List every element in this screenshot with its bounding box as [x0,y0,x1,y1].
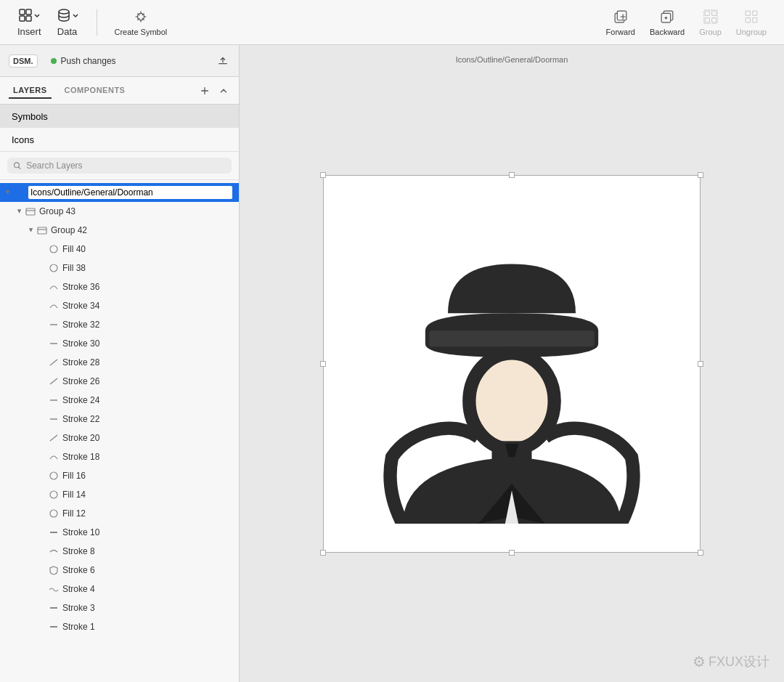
handle-top-right[interactable] [698,172,703,178]
layer-item-stroke3[interactable]: Stroke 3 [0,598,239,617]
watermark: ⚙ FXUX设计 [693,653,769,670]
layer-name-stroke32: Stroke 32 [62,320,233,330]
svg-rect-3 [26,16,31,21]
layer-type-icon-fill16 [48,470,60,482]
doorman-icon [338,190,686,538]
layer-item-root[interactable]: ► [0,183,239,202]
layer-item-stroke26[interactable]: Stroke 26 [0,372,239,391]
layer-name-stroke1: Stroke 1 [62,622,233,632]
library-list: Symbols Icons [0,105,239,152]
svg-rect-16 [752,11,756,15]
svg-rect-18 [752,18,756,23]
svg-rect-12 [705,18,709,23]
handle-middle-left[interactable] [320,361,326,367]
insert-button[interactable]: Insert [12,4,47,41]
svg-line-34 [50,435,57,441]
layer-type-icon-stroke22 [48,413,60,425]
ungroup-icon [741,8,761,25]
layer-item-stroke22[interactable]: Stroke 22 [0,410,239,429]
toolbar: Insert Data Create [0,0,784,45]
svg-rect-15 [746,11,750,15]
layer-name-stroke10: Stroke 10 [62,527,233,537]
panel-tabs-right [198,84,230,97]
layer-type-icon-stroke6 [48,564,60,576]
layer-item-stroke24[interactable]: Stroke 24 [0,391,239,410]
layer-item-stroke6[interactable]: Stroke 6 [0,561,239,580]
layer-item-g42[interactable]: ►Group 42 [0,221,239,240]
svg-rect-25 [38,227,46,234]
forward-button[interactable]: Forward [600,4,641,41]
symbol-frame[interactable] [323,175,701,553]
layer-arrow-g43[interactable]: ► [16,206,23,216]
layer-item-stroke30[interactable]: Stroke 30 [0,334,239,353]
group-icon [701,8,721,25]
svg-rect-24 [26,208,35,215]
upload-button[interactable] [216,54,230,68]
svg-rect-11 [711,11,716,15]
layer-type-icon-g42 [36,224,48,236]
layer-arrow-g42[interactable]: ► [28,225,35,235]
layer-item-fill40[interactable]: Fill 40 [0,240,239,259]
canvas-area[interactable]: Icons/Outline/General/Doorman [240,45,784,682]
handle-bottom-middle[interactable] [509,550,515,556]
handle-top-middle[interactable] [509,172,515,178]
svg-rect-14 [703,10,717,24]
layer-item-stroke18[interactable]: Stroke 18 [0,447,239,466]
search-icon [13,161,22,171]
left-panel: DSM. Push changes LAYERS COMPONENTS [0,45,240,682]
layers-tree: ►►Group 43►Group 42Fill 40Fill 38Stroke … [0,180,239,682]
layer-item-stroke10[interactable]: Stroke 10 [0,523,239,542]
layer-item-stroke32[interactable]: Stroke 32 [0,315,239,334]
svg-point-36 [50,491,57,498]
layer-item-fill38[interactable]: Fill 38 [0,259,239,277]
create-symbol-button[interactable]: Create Symbol [109,4,173,41]
backward-button[interactable]: Backward [644,4,690,41]
insert-group: Insert Data [12,4,85,41]
handle-middle-right[interactable] [698,361,703,367]
forward-label: Forward [606,28,635,36]
handle-bottom-left[interactable] [320,550,326,556]
svg-rect-2 [20,16,25,21]
layer-name-stroke8: Stroke 8 [62,546,233,556]
layer-name-stroke4: Stroke 4 [62,584,233,594]
layer-item-fill14[interactable]: Fill 14 [0,485,239,504]
collapse-layer-button[interactable] [217,84,230,97]
add-layer-button[interactable] [198,84,211,97]
push-changes-button[interactable]: Push changes [46,53,121,69]
layer-item-g43[interactable]: ►Group 43 [0,202,239,221]
dsm-header-right [216,54,230,68]
layer-type-icon-fill12 [48,508,60,519]
watermark-icon: ⚙ [693,653,706,670]
layer-item-stroke1[interactable]: Stroke 1 [0,617,239,636]
layer-name-input-root[interactable] [28,185,233,200]
layer-arrow-root[interactable]: ► [4,187,12,198]
search-input[interactable] [26,161,226,171]
layer-item-stroke28[interactable]: Stroke 28 [0,353,239,372]
layer-item-stroke34[interactable]: Stroke 34 [0,296,239,315]
layer-item-stroke20[interactable]: Stroke 20 [0,429,239,447]
svg-rect-0 [20,9,25,15]
handle-bottom-right[interactable] [698,550,703,556]
tab-components[interactable]: COMPONENTS [60,83,130,99]
layer-type-icon-fill38 [48,262,60,274]
insert-icon-area [17,7,41,23]
layer-name-stroke24: Stroke 24 [62,395,233,405]
library-item-icons[interactable]: Icons [0,128,239,151]
data-button[interactable]: Data [50,4,85,41]
search-area [0,152,239,180]
group-button[interactable]: Group [693,4,727,41]
layer-item-fill12[interactable]: Fill 12 [0,504,239,523]
handle-top-left[interactable] [320,172,326,178]
backward-label: Backward [650,28,685,36]
tab-layers[interactable]: LAYERS [9,83,52,99]
layer-item-stroke36[interactable]: Stroke 36 [0,277,239,296]
svg-point-37 [50,510,57,517]
ungroup-button[interactable]: Ungroup [730,4,772,41]
create-symbol-icon [131,8,151,25]
layer-type-icon-stroke3 [48,602,60,614]
library-item-symbols[interactable]: Symbols [0,105,239,128]
layer-item-stroke8[interactable]: Stroke 8 [0,542,239,561]
layer-item-stroke4[interactable]: Stroke 4 [0,580,239,598]
layer-item-fill16[interactable]: Fill 16 [0,466,239,485]
layer-name-stroke18: Stroke 18 [62,452,233,462]
